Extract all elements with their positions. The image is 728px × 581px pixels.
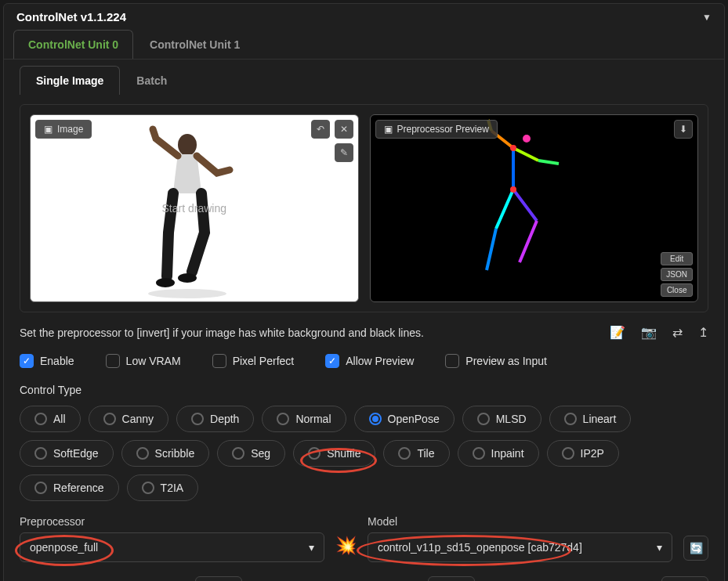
svg-point-2: [178, 273, 197, 283]
radio-t2ia[interactable]: T2IA: [127, 475, 199, 501]
run-preprocessor-button[interactable]: 💥: [335, 536, 357, 562]
svg-line-11: [513, 189, 537, 221]
download-button[interactable]: ⬇: [674, 120, 693, 139]
control-type-label: Control Type: [20, 384, 708, 396]
radio-scribble[interactable]: Scribble: [121, 440, 210, 467]
json-button[interactable]: JSON: [661, 268, 693, 281]
radio-lineart[interactable]: Lineart: [549, 406, 632, 432]
svg-point-14: [510, 145, 516, 151]
preprocessor-label: Preprocessor: [20, 515, 324, 528]
panel-title: ControlNet v1.1.224: [16, 10, 126, 23]
undo-button[interactable]: ↶: [311, 120, 330, 139]
svg-point-0: [178, 134, 197, 156]
allow-preview-checkbox[interactable]: ✓ Allow Preview: [325, 354, 414, 368]
svg-point-15: [510, 186, 516, 193]
ending-step-input[interactable]: [661, 576, 708, 581]
control-weight-input[interactable]: [195, 576, 242, 581]
send-dimensions-icon[interactable]: ↥: [698, 325, 708, 340]
svg-line-8: [538, 161, 559, 164]
edit-button[interactable]: Edit: [661, 252, 693, 265]
svg-line-12: [520, 221, 537, 262]
radio-softedge[interactable]: SoftEdge: [20, 440, 114, 467]
remove-image-button[interactable]: ✕: [335, 120, 353, 139]
svg-point-13: [523, 135, 531, 143]
chevron-down-icon: ▾: [657, 541, 662, 554]
brush-button[interactable]: ✎: [335, 143, 353, 162]
close-preview-button[interactable]: Close: [661, 283, 693, 297]
new-canvas-icon[interactable]: 📝: [610, 325, 625, 340]
low-vram-checkbox[interactable]: Low VRAM: [106, 354, 181, 368]
svg-line-7: [513, 148, 538, 161]
svg-point-1: [156, 278, 175, 287]
pixel-perfect-checkbox[interactable]: Pixel Perfect: [212, 354, 295, 368]
subtab-single-image[interactable]: Single Image: [20, 66, 120, 95]
tab-unit-0[interactable]: ControlNet Unit 0: [13, 30, 133, 59]
start-drawing-label: Start drawing: [162, 202, 226, 215]
image-icon: ▣: [384, 124, 393, 135]
pose-skeleton: [465, 115, 590, 302]
control-type-radios: All Canny Depth Normal OpenPose MLSD Lin…: [20, 406, 708, 501]
svg-point-3: [148, 289, 226, 298]
subtab-batch[interactable]: Batch: [120, 66, 183, 95]
collapse-icon[interactable]: ▼: [702, 12, 712, 23]
chevron-down-icon: ▾: [309, 541, 314, 554]
svg-line-9: [496, 189, 513, 229]
source-image-box[interactable]: ▣ Image Start dr: [30, 114, 359, 302]
radio-canny[interactable]: Canny: [89, 406, 168, 432]
swap-icon[interactable]: ⇄: [672, 325, 683, 340]
radio-shuffle[interactable]: Shuffle: [293, 440, 375, 467]
refresh-models-button[interactable]: 🔄: [683, 536, 708, 561]
model-select[interactable]: control_v11p_sd15_openpose [cab727d4] ▾: [368, 532, 672, 562]
starting-step-input[interactable]: [428, 576, 475, 581]
radio-reference[interactable]: Reference: [20, 475, 119, 501]
radio-all[interactable]: All: [20, 406, 81, 432]
preview-image-label: ▣ Preprocessor Preview: [375, 120, 498, 139]
radio-tile[interactable]: Tile: [383, 440, 449, 467]
preview-image-box[interactable]: ▣ Preprocessor Preview ⬇: [370, 114, 699, 302]
camera-icon[interactable]: 📷: [641, 325, 657, 340]
model-label: Model: [368, 515, 672, 528]
tab-unit-1[interactable]: ControlNet Unit 1: [135, 30, 255, 59]
radio-openpose[interactable]: OpenPose: [354, 406, 455, 432]
radio-mlsd[interactable]: MLSD: [462, 406, 541, 432]
radio-inpaint[interactable]: Inpaint: [458, 440, 539, 467]
svg-line-10: [487, 229, 496, 270]
radio-depth[interactable]: Depth: [176, 406, 254, 432]
image-icon: ▣: [44, 124, 53, 135]
radio-normal[interactable]: Normal: [262, 406, 346, 432]
radio-seg[interactable]: Seg: [217, 440, 285, 467]
preprocessor-select[interactable]: openpose_full ▾: [20, 532, 324, 562]
source-image-label: ▣ Image: [35, 120, 92, 139]
enable-checkbox[interactable]: ✓ Enable: [20, 354, 74, 368]
radio-ip2p[interactable]: IP2P: [547, 440, 619, 467]
hint-text: Set the preprocessor to [invert] if your…: [20, 327, 424, 339]
preview-as-input-checkbox[interactable]: Preview as Input: [445, 354, 547, 368]
